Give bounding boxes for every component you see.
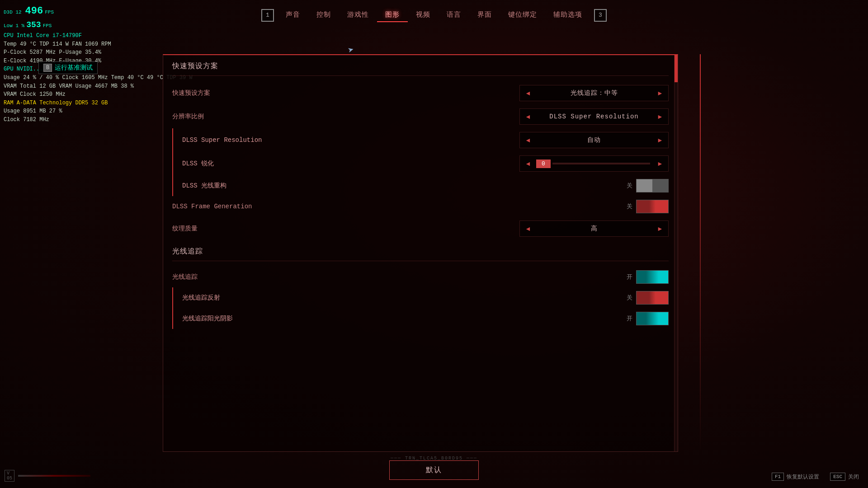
control-texture-quality[interactable]: ◄ 高 ►	[519, 221, 669, 237]
nav-item-accessibility[interactable]: 辅助选项	[545, 8, 590, 22]
cpu-name: Intel Core i7-14790F	[17, 33, 82, 39]
top-navigation: 1 声音 控制 游戏性 图形 视频 语言 界面 键位绑定 辅助选项 3	[261, 8, 607, 22]
benchmark-tooltip[interactable]: B 运行基准测试	[38, 61, 98, 74]
arrow-left-dlss-sharpen[interactable]: ◄	[520, 155, 536, 172]
default-button[interactable]: 默认	[389, 460, 479, 480]
label-resolution-scale: 分辨率比例	[172, 113, 519, 121]
fps-low-unit: FPS	[43, 22, 52, 30]
toggle-rt-sun-shadow[interactable]	[636, 312, 669, 325]
toggle-rt-reflect[interactable]	[636, 291, 669, 305]
control-dlss-recon[interactable]: 关	[623, 179, 669, 192]
row-quick-preset: 快速预设方案 ◄ 光线追踪：中等 ►	[172, 81, 669, 105]
nav-item-ui[interactable]: 界面	[469, 8, 500, 22]
toggle-label-rt-sun-shadow: 开	[623, 314, 632, 323]
toggle-ray-tracing[interactable]	[636, 270, 669, 284]
slider-track-sharpen[interactable]	[552, 163, 650, 164]
value-dlss-super-res: 自动	[536, 136, 652, 144]
arrow-left-texture[interactable]: ◄	[520, 221, 536, 237]
control-dlss-frame-gen[interactable]: 关	[623, 200, 669, 213]
scrollbar-thumb[interactable]	[675, 55, 678, 82]
nav-item-video[interactable]: 视频	[408, 8, 439, 22]
nav-item-keybind[interactable]: 键位绑定	[500, 8, 545, 22]
vram-clock-line: VRAM Clock 1250 MHz	[4, 90, 137, 99]
cpu-temp: Temp 49 °C TDP 114 W FAN 1069 RPM	[4, 41, 111, 47]
nav-item-graphics[interactable]: 图形	[377, 8, 408, 22]
control-resolution-scale[interactable]: ◄ DLSS Super Resolution ►	[519, 108, 669, 125]
benchmark-key: B	[43, 64, 52, 72]
gpu-usage-line: Usage 24 % / 40 % Clock 1605 MHz Temp 40…	[4, 74, 137, 82]
arrow-left-dlss-sr[interactable]: ◄	[520, 132, 536, 148]
toggle-label-ray-tracing: 开	[623, 273, 632, 281]
label-ray-tracing: 光线追踪	[172, 273, 623, 281]
cpu-info: CPU Intel Core i7-14790F	[4, 32, 137, 40]
nav-item-language[interactable]: 语言	[439, 8, 469, 22]
row-ray-tracing: 光线追踪 开	[172, 267, 669, 287]
ram-name: A-DATA Technology DDR5 32 GB	[17, 100, 108, 106]
value-resolution-scale: DLSS Super Resolution	[536, 113, 652, 120]
row-rt-reflect: 光线追踪反射 关	[172, 287, 669, 308]
ram-clock-line: Clock 7182 MHz	[4, 116, 137, 124]
toggle-label-rt-reflect: 关	[623, 294, 632, 302]
value-dlss-sharpen: 0	[536, 160, 551, 168]
row-dlss-frame-gen: DLSS Frame Generation 关	[172, 196, 669, 217]
value-texture-quality: 高	[536, 225, 652, 233]
arrow-left-quick-preset[interactable]: ◄	[520, 85, 536, 101]
row-resolution-scale: 分辨率比例 ◄ DLSS Super Resolution ►	[172, 105, 669, 128]
toggle-label-frame-gen: 关	[623, 202, 632, 211]
label-dlss-sharpen: DLSS 锐化	[182, 160, 519, 168]
nav-item-control[interactable]: 控制	[308, 8, 339, 22]
cpu-pclock: P-Clock 5287 MHz P-Usage 35.4%	[4, 49, 101, 56]
panel-content: 快速预设方案 快速预设方案 ◄ 光线追踪：中等 ► 分辨率比例 ◄ DLSS S…	[163, 55, 678, 451]
divider-raytracing	[172, 261, 669, 261]
arrow-right-dlss-sr[interactable]: ►	[652, 132, 668, 148]
fps-low-value: 353	[26, 19, 41, 32]
value-quick-preset: 光线追踪：中等	[536, 89, 652, 97]
control-dlss-sharpen[interactable]: ◄ 0 ►	[519, 155, 669, 172]
gpu-label: GPU	[4, 66, 14, 72]
section-ray-tracing: 光线追踪	[172, 240, 669, 261]
arrow-right-texture[interactable]: ►	[652, 221, 668, 237]
row-texture-quality: 纹理质量 ◄ 高 ►	[172, 217, 669, 240]
label-quick-preset: 快速预设方案	[172, 89, 519, 97]
control-ray-tracing[interactable]: 开	[623, 270, 669, 284]
fps-unit: FPS	[45, 9, 54, 16]
toggle-frame-gen[interactable]	[636, 200, 669, 213]
row-dlss-recon: DLSS 光线重构 关	[172, 175, 669, 196]
bottom-bar: 默认	[0, 452, 868, 488]
nav-badge-left: 1	[261, 9, 274, 22]
fps-low-display: Low 1 % 353 FPS	[4, 19, 137, 32]
arrow-right-dlss-sharpen[interactable]: ►	[652, 155, 668, 172]
toggle-dlss-recon[interactable]	[636, 179, 669, 192]
nav-badge-right: 3	[594, 9, 607, 22]
control-quick-preset[interactable]: ◄ 光线追踪：中等 ►	[519, 85, 669, 101]
arrow-right-resolution[interactable]: ►	[652, 108, 668, 125]
label-rt-sun-shadow: 光线追踪阳光阴影	[182, 314, 623, 323]
benchmark-label: 运行基准测试	[55, 64, 93, 72]
vram-total-line: VRAM Total 12 GB VRAM Usage 4667 MB 38 %	[4, 82, 137, 91]
right-decorative-line	[700, 54, 701, 452]
toggle-label-dlss-recon: 关	[623, 182, 632, 190]
nav-item-gameplay[interactable]: 游戏性	[339, 8, 377, 22]
arrow-left-resolution[interactable]: ◄	[520, 108, 536, 125]
cpu-clock-line: P-Clock 5287 MHz P-Usage 35.4%	[4, 48, 137, 57]
divider-quick	[172, 75, 669, 76]
cpu-label: CPU	[4, 33, 14, 39]
row-dlss-sharpen: DLSS 锐化 ◄ 0 ►	[172, 152, 669, 175]
label-dlss-recon: DLSS 光线重构	[182, 182, 623, 190]
cpu-temp-line: Temp 49 °C TDP 114 W FAN 1069 RPM	[4, 40, 137, 49]
control-dlss-super-res[interactable]: ◄ 自动 ►	[519, 132, 669, 148]
row-rt-sun-shadow: 光线追踪阳光阴影 开	[172, 308, 669, 329]
nav-item-sound[interactable]: 声音	[278, 8, 308, 22]
control-rt-sun-shadow[interactable]: 开	[623, 312, 669, 325]
control-rt-reflect[interactable]: 关	[623, 291, 669, 305]
fps-value: 496	[25, 4, 43, 19]
ram-info: RAM A-DATA Technology DDR5 32 GB	[4, 99, 137, 108]
label-dlss-frame-gen: DLSS Frame Generation	[172, 203, 623, 210]
arrow-right-quick-preset[interactable]: ►	[652, 85, 668, 101]
fps-low-label: Low 1 %	[4, 22, 24, 30]
scrollbar[interactable]	[674, 55, 678, 451]
section-quick-preset: 快速预设方案	[172, 55, 669, 75]
d3d-label: D3D 12	[4, 9, 22, 16]
nav-items: 声音 控制 游戏性 图形 视频 语言 界面 键位绑定 辅助选项	[278, 8, 590, 22]
settings-panel: 快速预设方案 快速预设方案 ◄ 光线追踪：中等 ► 分辨率比例 ◄ DLSS S…	[163, 54, 678, 452]
